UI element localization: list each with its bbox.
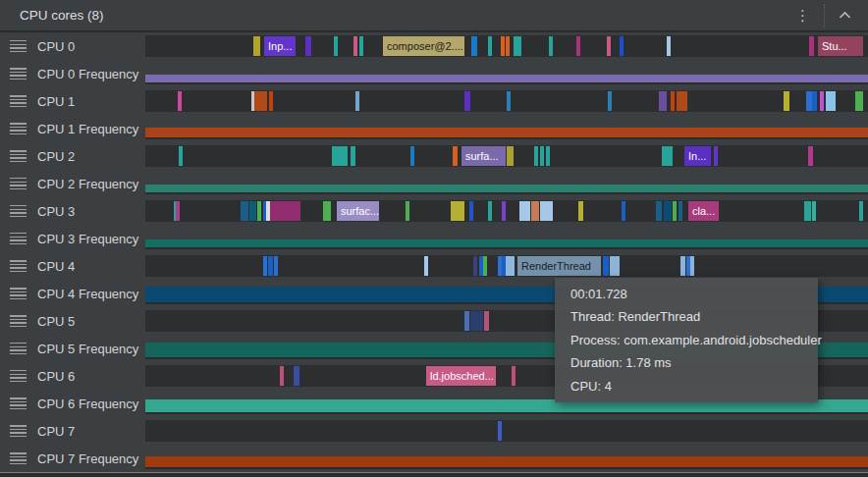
thread-segment[interactable] [406, 201, 409, 221]
thread-segment[interactable] [483, 256, 487, 276]
thread-segment-inp[interactable]: Inp... [264, 36, 296, 56]
thread-segment[interactable] [662, 146, 673, 166]
track-header-cpu-4[interactable]: CPU 4 [0, 252, 145, 280]
timeline-track-cpu-4[interactable]: RenderThread [145, 255, 868, 277]
thread-segment[interactable] [620, 36, 624, 56]
thread-segment[interactable] [820, 91, 824, 111]
thread-segment[interactable] [680, 256, 685, 276]
drag-handle-icon[interactable] [10, 315, 27, 328]
thread-segment[interactable] [353, 36, 357, 56]
thread-segment[interactable] [855, 91, 863, 111]
thread-segment[interactable] [671, 91, 675, 111]
thread-segment-cla[interactable]: cla... [688, 201, 719, 221]
drag-handle-icon[interactable] [10, 260, 27, 273]
drag-handle-icon[interactable] [10, 68, 27, 80]
thread-segment[interactable] [274, 256, 278, 276]
track-header-cpu-0[interactable]: CPU 0 [0, 32, 145, 60]
track-header-cpu-3[interactable]: CPU 3 [0, 197, 145, 225]
timeline-track-cpu-2-frequency[interactable] [145, 173, 868, 194]
thread-segment[interactable] [578, 201, 583, 221]
thread-segment-stu[interactable]: Stu... [818, 36, 863, 56]
thread-segment-surfa[interactable]: surfa... [461, 146, 506, 166]
timeline-track-cpu-1-frequency[interactable] [145, 118, 868, 139]
track-header-cpu-2[interactable]: CPU 2 [0, 142, 145, 170]
thread-segment[interactable] [608, 91, 612, 111]
thread-segment-surfac[interactable]: surfac... [337, 201, 379, 221]
thread-segment[interactable] [512, 366, 515, 386]
thread-segment[interactable] [254, 91, 267, 111]
thread-segment[interactable] [355, 91, 359, 111]
thread-segment[interactable] [531, 201, 539, 221]
thread-segment[interactable] [804, 201, 811, 221]
thread-segment[interactable] [471, 36, 477, 56]
drag-handle-icon[interactable] [10, 233, 27, 245]
thread-segment[interactable] [451, 201, 464, 221]
timeline-track-cpu-1[interactable] [145, 90, 868, 112]
track-header-cpu-2-frequency[interactable]: CPU 2 Frequency [0, 170, 145, 197]
drag-handle-icon[interactable] [10, 398, 27, 410]
thread-segment-renderthread[interactable]: RenderThread [517, 256, 601, 276]
track-header-cpu-5-frequency[interactable]: CPU 5 Frequency [0, 335, 145, 362]
thread-segment[interactable] [507, 146, 514, 166]
thread-segment[interactable] [546, 146, 550, 166]
thread-segment[interactable] [677, 91, 687, 111]
thread-segment[interactable] [270, 201, 300, 221]
thread-segment[interactable] [334, 36, 338, 56]
track-header-cpu-6[interactable]: CPU 6 [0, 362, 145, 390]
timeline-track-cpu-3-frequency[interactable] [145, 228, 868, 249]
drag-handle-icon[interactable] [10, 40, 27, 53]
thread-segment[interactable] [269, 91, 273, 111]
thread-segment[interactable] [809, 36, 814, 56]
thread-segment[interactable] [784, 91, 789, 111]
thread-segment[interactable] [622, 201, 625, 221]
track-header-cpu-4-frequency[interactable]: CPU 4 Frequency [0, 280, 145, 307]
thread-segment[interactable] [826, 91, 836, 111]
thread-segment[interactable] [603, 256, 609, 276]
thread-segment[interactable] [470, 311, 483, 331]
thread-segment-composer-2[interactable]: composer@2.... [383, 36, 464, 56]
track-header-cpu-6-frequency[interactable]: CPU 6 Frequency [0, 390, 145, 417]
timeline-track-cpu-2[interactable]: surfa...In... [145, 145, 868, 167]
track-header-cpu-1[interactable]: CPU 1 [0, 87, 145, 115]
thread-segment[interactable] [464, 91, 470, 111]
thread-segment[interactable] [812, 91, 817, 111]
thread-segment[interactable] [502, 201, 506, 221]
timeline-track-cpu-0-frequency[interactable] [145, 63, 868, 84]
drag-handle-icon[interactable] [10, 123, 27, 135]
thread-segment[interactable] [714, 146, 718, 166]
thread-segment[interactable] [607, 36, 611, 56]
thread-segment[interactable] [464, 311, 469, 331]
timeline-track-cpu-7[interactable] [145, 420, 868, 442]
thread-segment[interactable] [263, 256, 267, 276]
track-header-cpu-0-frequency[interactable]: CPU 0 Frequency [0, 60, 145, 87]
thread-segment[interactable] [549, 36, 553, 56]
drag-handle-icon[interactable] [10, 425, 27, 438]
thread-segment[interactable] [305, 36, 311, 56]
timeline-track-cpu-3[interactable]: surfac...cla... [145, 200, 868, 222]
thread-segment[interactable] [179, 146, 183, 166]
thread-segment[interactable] [323, 201, 331, 221]
thread-segment[interactable] [253, 36, 260, 56]
thread-segment[interactable] [664, 201, 672, 221]
thread-segment[interactable] [332, 146, 348, 166]
thread-segment-in[interactable]: In... [684, 146, 711, 166]
thread-segment[interactable] [484, 311, 489, 331]
drag-handle-icon[interactable] [10, 370, 27, 383]
thread-segment[interactable] [178, 91, 182, 111]
thread-segment[interactable] [610, 256, 620, 276]
thread-segment[interactable] [656, 201, 662, 221]
track-header-cpu-7[interactable]: CPU 7 [0, 417, 145, 445]
thread-segment[interactable] [859, 201, 863, 221]
drag-handle-icon[interactable] [10, 178, 27, 190]
thread-segment[interactable] [812, 201, 816, 221]
chevron-up-icon[interactable] [836, 9, 854, 22]
thread-segment[interactable] [519, 201, 530, 221]
drag-handle-icon[interactable] [10, 452, 27, 465]
track-header-cpu-5[interactable]: CPU 5 [0, 307, 145, 335]
thread-segment[interactable] [690, 256, 694, 276]
thread-segment[interactable] [257, 201, 261, 221]
track-header-cpu-7-frequency[interactable]: CPU 7 Frequency [0, 445, 145, 472]
thread-segment[interactable] [808, 146, 813, 166]
track-header-cpu-1-frequency[interactable]: CPU 1 Frequency [0, 115, 145, 142]
thread-segment[interactable] [280, 366, 284, 386]
